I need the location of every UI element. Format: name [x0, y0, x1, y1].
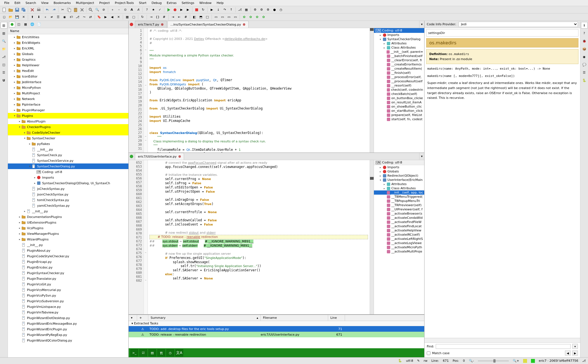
- tree-item[interactable]: __init__.py: [8, 242, 128, 248]
- tree-item[interactable]: ▸MultiProject: [8, 90, 128, 96]
- tasks-col-line[interactable]: Line: [328, 315, 345, 321]
- close-tab-icon[interactable]: ⊗: [161, 22, 164, 26]
- outline-item[interactable]: ▸Attributes: [374, 182, 424, 186]
- find-file-icon[interactable]: 🔍: [1, 38, 7, 44]
- project-resources-icon[interactable]: ▦: [22, 21, 29, 28]
- print-icon[interactable]: [36, 7, 42, 13]
- outline-item[interactable]: on_resultList_itemA: [374, 100, 424, 104]
- outline-item[interactable]: __init__(self, parent=: [374, 50, 424, 54]
- outline-item[interactable]: ▾UserInterface(EricMain: [374, 178, 424, 182]
- outline-item[interactable]: ▸Attributes: [374, 41, 424, 46]
- tree-item[interactable]: ▾SyntaxChecker: [8, 135, 128, 141]
- outline-item[interactable]: __activateLogViewe: [374, 241, 424, 245]
- rect2-icon[interactable]: ▭: [219, 14, 226, 20]
- help4-icon[interactable]: ✿: [260, 14, 267, 20]
- close-project-icon[interactable]: ✕: [21, 14, 27, 20]
- vcs-branch-icon[interactable]: ⎇: [74, 14, 81, 20]
- vcs-switch-icon[interactable]: ⇄: [87, 14, 94, 20]
- outline-item[interactable]: __activateIRC(self): [374, 233, 424, 237]
- tree-item[interactable]: PluginEricapi.py: [8, 259, 128, 265]
- outline-item[interactable]: start(self, fn, codest: [374, 117, 424, 121]
- outline-item[interactable]: prepare(self, fileList: [374, 113, 424, 117]
- find-prev-icon[interactable]: ◀: [565, 351, 571, 356]
- tree-item[interactable]: ▸Graphics: [8, 57, 128, 62]
- outline-item[interactable]: ▸Redirector(QObject): [374, 174, 424, 178]
- tree-item[interactable]: PluginVmListspace.py: [8, 304, 128, 310]
- save-all-icon[interactable]: [21, 7, 27, 13]
- tree-item[interactable]: yamlCheckSyntax.py: [8, 203, 128, 208]
- tree-item[interactable]: PluginVcsSubversion.py: [8, 298, 128, 304]
- star-icon[interactable]: ★: [150, 7, 156, 13]
- project-sources-icon[interactable]: [9, 21, 15, 28]
- tree-item[interactable]: ▸AboutPlugin: [8, 119, 128, 124]
- tree-item[interactable]: UNCoding: utf-8: [8, 169, 128, 175]
- tree-item[interactable]: tomlCheckSyntax.py: [8, 197, 128, 203]
- codeinfo-provider-select[interactable]: Jedi: [458, 22, 578, 27]
- outline-item[interactable]: __activateMicroPyth: [374, 245, 424, 249]
- tree-item[interactable]: ▸PipInterface: [8, 102, 128, 107]
- tool3-icon[interactable]: ⚙: [265, 7, 271, 13]
- tree-item[interactable]: PluginVmTabview.py: [8, 310, 128, 315]
- debug-icon[interactable]: [172, 7, 178, 13]
- outline-item[interactable]: on_showButton_clic: [374, 104, 424, 109]
- split-h-icon[interactable]: ◧: [191, 14, 197, 20]
- step-out-icon[interactable]: ↑: [228, 7, 234, 13]
- tree-item[interactable]: ▸PluginManager: [8, 107, 128, 113]
- tree-item[interactable]: ▸Imports: [8, 175, 128, 180]
- outline-item[interactable]: __activateFindLocat: [374, 224, 424, 228]
- tree-item[interactable]: PluginVcsGit.py: [8, 281, 128, 287]
- outline-item[interactable]: ▸Imports: [374, 165, 424, 169]
- vcs-update-icon[interactable]: ⬇: [36, 14, 42, 20]
- tree-item[interactable]: PluginVcsPySvn.py: [8, 293, 128, 298]
- find-input[interactable]: [436, 344, 571, 349]
- tree-item[interactable]: ▸CodeStyleChecker: [8, 130, 128, 135]
- tree-item[interactable]: PluginCodeStyleChecker.py: [8, 253, 128, 259]
- template-viewer-icon[interactable]: ◫: [1, 61, 7, 68]
- match-case-checkbox[interactable]: [427, 351, 430, 355]
- editor1-code[interactable]: 1 2 3 4 5 6 7 8 9 10 11 12 13 14 15 16 1…: [129, 28, 374, 153]
- search-next-icon[interactable]: 🔍: [94, 7, 100, 13]
- open-file-icon[interactable]: [8, 7, 14, 13]
- copy-icon[interactable]: [66, 7, 72, 13]
- tree-item[interactable]: PluginTranslator.py: [8, 276, 128, 281]
- help1-icon[interactable]: ✿: [241, 14, 247, 20]
- minimap[interactable]: [370, 160, 374, 314]
- tree-item[interactable]: SyntaxCheck.py: [8, 152, 128, 158]
- bookmark-clear-icon[interactable]: ✕: [115, 14, 122, 20]
- tree-item[interactable]: ▸IconEditor: [8, 74, 128, 79]
- zoom-slider[interactable]: [478, 360, 509, 361]
- coverage-icon[interactable]: ▶: [178, 7, 185, 13]
- tool2-icon[interactable]: ⚙: [258, 7, 265, 13]
- irc-icon[interactable]: ☰: [581, 69, 588, 76]
- help-viewer-icon[interactable]: ?: [581, 30, 588, 37]
- cooperation-icon[interactable]: 💬: [581, 61, 588, 68]
- save-icon[interactable]: [14, 7, 20, 13]
- file-browser-icon[interactable]: ☰: [1, 69, 7, 76]
- tasks-group-extracted[interactable]: ▾ Extracted Tasks: [129, 321, 424, 326]
- editor2-outline[interactable]: UN Coding: utf-8 ▸Imports▸Globals▸Redire…: [374, 160, 424, 314]
- search-icon[interactable]: [88, 7, 94, 13]
- outline-item[interactable]: __activateCondaWid: [374, 216, 424, 220]
- tasks-col-expand[interactable]: ▾: [129, 315, 137, 321]
- tree-item[interactable]: ▸MicroPython: [8, 85, 128, 90]
- tree-item[interactable]: ▸__init__.py: [8, 208, 128, 214]
- breakpoint-icon[interactable]: ●: [271, 7, 278, 13]
- font-icon[interactable]: A: [129, 7, 135, 13]
- delete-icon[interactable]: [79, 7, 85, 13]
- vcs-add-icon[interactable]: ＋: [42, 14, 48, 20]
- continue-icon[interactable]: ▶: [209, 7, 215, 13]
- zoom-in-status-icon[interactable]: 🔍+: [513, 359, 519, 363]
- rect1-icon[interactable]: ▭: [213, 14, 219, 20]
- tab-eric7[interactable]: eric7/eric7.py ⊗: [135, 21, 167, 28]
- vcs-icon[interactable]: ⎇: [237, 7, 243, 13]
- outline-item[interactable]: __UIPreviewer(self, f: [374, 207, 424, 211]
- outline-item[interactable]: ▸Class Attributes: [374, 46, 424, 50]
- tree-item[interactable]: PluginAbout.py: [8, 248, 128, 253]
- outline-item[interactable]: __processResult(self: [374, 79, 424, 83]
- micropython-icon[interactable]: 🐍: [581, 77, 588, 84]
- tree-item[interactable]: ▾SyntaxCheckerDialog.py: [8, 163, 128, 169]
- status-ok-icon[interactable]: [531, 359, 535, 363]
- tree-item[interactable]: ▸DocumentationPlugins: [8, 214, 128, 220]
- debug-viewer-icon[interactable]: 🐞: [581, 38, 588, 44]
- fold-gutter[interactable]: − − − −: [144, 28, 148, 153]
